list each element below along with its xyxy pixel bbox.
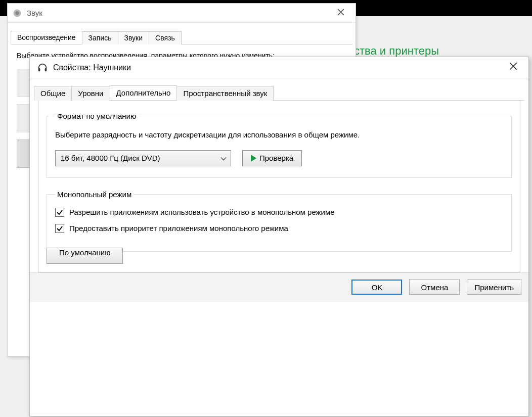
restore-defaults-button[interactable]: По умолчанию: [47, 248, 123, 264]
exclusive-priority-row[interactable]: Предоставить приоритет приложениям моноп…: [55, 224, 503, 233]
exclusive-mode-legend: Монопольный режим: [55, 190, 134, 199]
sound-tab-sounds[interactable]: Звуки: [118, 31, 150, 44]
allow-exclusive-label: Разрешить приложениям использовать устро…: [69, 208, 335, 216]
tab-spatial-sound[interactable]: Пространственный звук: [176, 86, 274, 101]
cancel-button[interactable]: Отмена: [409, 280, 460, 295]
svg-rect-3: [45, 68, 47, 71]
sound-dialog-titlebar[interactable]: Звук: [8, 4, 356, 23]
chevron-down-icon: [220, 154, 227, 162]
default-format-group: Формат по умолчанию Выберите разрядность…: [47, 112, 512, 178]
apply-button[interactable]: Применить: [467, 280, 521, 295]
default-format-description: Выберите разрядность и частоту дискретиз…: [55, 129, 503, 141]
properties-content: Формат по умолчанию Выберите разрядность…: [38, 101, 520, 272]
allow-exclusive-row[interactable]: Разрешить приложениям использовать устро…: [55, 208, 503, 217]
properties-titlebar[interactable]: Свойства: Наушники: [30, 57, 528, 78]
tab-general[interactable]: Общие: [34, 86, 72, 101]
play-icon: [251, 155, 256, 162]
test-button-label: Проверка: [259, 154, 293, 162]
sound-device-list: [17, 69, 29, 168]
allow-exclusive-checkbox[interactable]: [55, 208, 64, 217]
devices-and-printers-link-fragment[interactable]: ства и принтеры: [354, 44, 439, 58]
exclusive-mode-group: Монопольный режим Разрешить приложениям …: [47, 190, 512, 252]
sound-dialog-tabs: Воспроизведение Запись Звуки Связь: [11, 31, 352, 44]
format-select[interactable]: 16 бит, 48000 Гц (Диск DVD): [55, 150, 231, 166]
sound-dialog-title: Звук: [27, 9, 42, 17]
properties-title: Свойства: Наушники: [53, 63, 131, 72]
sound-tab-recording[interactable]: Запись: [82, 31, 118, 44]
exclusive-priority-label: Предоставить приоритет приложениям моноп…: [69, 224, 288, 233]
test-button[interactable]: Проверка: [242, 150, 302, 166]
sound-dialog-close-button[interactable]: [331, 6, 350, 20]
default-format-legend: Формат по умолчанию: [55, 112, 138, 120]
properties-footer: OK Отмена Применить: [30, 272, 528, 302]
speaker-icon: [13, 9, 22, 18]
svg-rect-2: [38, 68, 40, 71]
ok-button[interactable]: OK: [351, 280, 402, 295]
tab-levels[interactable]: Уровни: [71, 86, 110, 101]
format-select-value: 16 бит, 48000 Гц (Диск DVD): [61, 154, 160, 162]
sound-tab-communications[interactable]: Связь: [149, 31, 182, 44]
exclusive-priority-checkbox[interactable]: [55, 224, 64, 233]
properties-dialog: Свойства: Наушники Общие Уровни Дополнит…: [29, 57, 529, 416]
properties-close-button[interactable]: [502, 59, 524, 76]
headphones-icon: [37, 62, 48, 73]
tab-advanced[interactable]: Дополнительно: [110, 85, 178, 100]
properties-tabs: Общие Уровни Дополнительно Пространствен…: [34, 85, 524, 101]
sound-tab-playback[interactable]: Воспроизведение: [11, 31, 82, 44]
svg-point-1: [15, 11, 19, 15]
